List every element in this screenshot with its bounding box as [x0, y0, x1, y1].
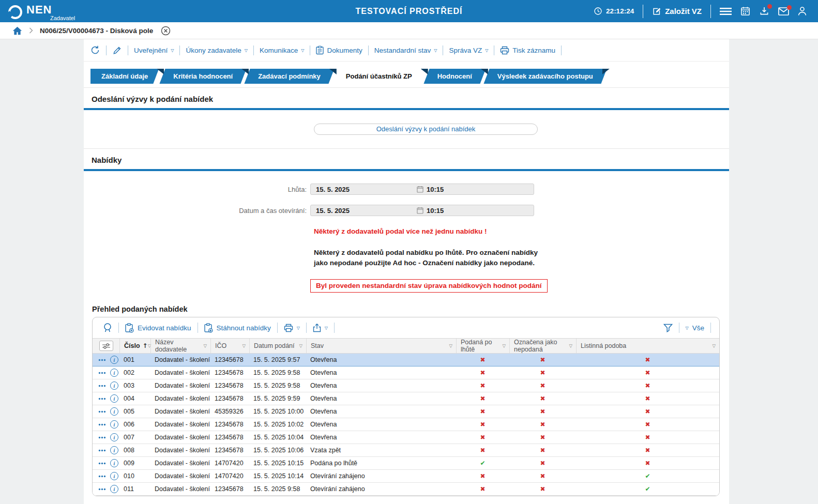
cross-icon: ✖	[645, 369, 650, 376]
tab-podani-ucastniku[interactable]: Podání účastníků ZP	[335, 69, 423, 84]
cell-marked-not-submitted: ✖	[509, 382, 576, 389]
cross-icon: ✖	[480, 356, 485, 363]
row-info-icon[interactable]: i	[110, 394, 118, 403]
table-row[interactable]: i007Dodavatel - školení 81234567815. 5. …	[93, 431, 719, 444]
table-row[interactable]: i005Dodavatel - školení 64535932615. 5. …	[93, 405, 719, 418]
row-menu-icon[interactable]	[98, 436, 106, 439]
row-menu-icon[interactable]	[98, 423, 106, 426]
cell-paper-form: ✖	[576, 356, 719, 363]
nen-logo-icon	[8, 5, 22, 19]
row-info-icon[interactable]: i	[110, 446, 118, 454]
row-menu-icon[interactable]	[98, 385, 106, 387]
row-menu-icon[interactable]	[98, 398, 106, 400]
print-table-button[interactable]: ▽	[284, 324, 300, 332]
cross-icon: ✖	[480, 447, 485, 454]
filter-caret-icon[interactable]: ▽	[502, 343, 506, 348]
column-header-oznacena-nepodana[interactable]: Označena jako nepodaná▽	[509, 339, 576, 353]
filter-caret-icon[interactable]: ▽	[299, 343, 302, 348]
row-info-icon[interactable]: i	[110, 369, 118, 377]
print-record-button[interactable]: Tisk záznamu	[500, 46, 555, 55]
menu-nonstandard-state[interactable]: Nestandardní stav▽	[374, 47, 437, 54]
tab-zadavaci-podminky[interactable]: Zadávací podmínky	[247, 69, 331, 84]
menu-publish[interactable]: Uveřejnění▽	[134, 47, 174, 54]
table-row[interactable]: i006Dodavatel - školení 71234567815. 5. …	[93, 418, 719, 431]
check-icon: ✔	[480, 460, 485, 467]
downloads-button[interactable]	[759, 6, 769, 16]
opening-field[interactable]: 15. 5. 2025 10:15	[310, 205, 534, 216]
table-row[interactable]: i009Dodavatel - školení 101470742015. 5.…	[93, 457, 719, 470]
row-info-icon[interactable]: i	[110, 356, 118, 364]
cell-late: ✖	[456, 434, 509, 441]
search-icon[interactable]	[103, 323, 112, 333]
create-vz-button[interactable]: Založit VZ	[652, 7, 702, 16]
content-panel: Uveřejnění▽ Úkony zadavatele▽ Komunikace…	[84, 39, 729, 504]
row-info-icon[interactable]: i	[110, 407, 118, 416]
table-row[interactable]: i002Dodavatel - školení 31234567815. 5. …	[93, 366, 719, 379]
table-row[interactable]: i008Dodavatel - školení 91234567815. 5. …	[93, 444, 719, 457]
cell-status: Otevřena	[306, 382, 456, 389]
download-bids-button[interactable]: Stáhnout nabídky	[204, 323, 271, 333]
filter-preset-dropdown[interactable]: ▽ Vše	[686, 324, 704, 332]
table-row[interactable]: i010Dodavatel - školení 101470742015. 5.…	[93, 470, 719, 483]
breadcrumb-item[interactable]: N006/25/V00004673 - Disková pole	[40, 27, 153, 35]
cell-supplier: Dodavatel - školení 3	[150, 369, 210, 376]
menu-button[interactable]	[720, 7, 732, 16]
column-header-cislo[interactable]: Číslo ↑ ▽	[119, 339, 150, 353]
row-menu-icon[interactable]	[98, 449, 106, 452]
export-button[interactable]: ▽	[313, 323, 328, 332]
filter-caret-icon[interactable]: ▽	[203, 343, 207, 348]
tab-hodnoceni[interactable]: Hodnocení	[427, 69, 483, 84]
calendar-button[interactable]	[740, 6, 750, 16]
row-menu-icon[interactable]	[98, 410, 106, 413]
column-header-stav[interactable]: Stav▽	[306, 339, 456, 353]
filter-icon[interactable]	[663, 324, 673, 332]
deadline-field[interactable]: 15. 5. 2025 10:15	[310, 184, 534, 195]
send-invitation-button[interactable]: Odeslání výzvy k podání nabídek	[314, 124, 538, 135]
cross-icon: ✖	[540, 472, 545, 480]
row-menu-icon[interactable]	[98, 475, 106, 478]
row-info-icon[interactable]: i	[110, 433, 118, 441]
row-info-icon[interactable]: i	[110, 420, 118, 429]
history-button[interactable]	[90, 45, 100, 55]
table-row[interactable]: i011Dodavatel - školení 31234567815. 5. …	[93, 483, 719, 496]
table-row[interactable]: i004Dodavatel - školení 51234567815. 5. …	[93, 392, 719, 405]
row-menu-icon[interactable]	[98, 462, 106, 465]
row-info-icon[interactable]: i	[110, 381, 118, 390]
cell-submitted: 15. 5. 2025 9:58	[249, 382, 306, 389]
row-menu-icon[interactable]	[98, 488, 106, 491]
row-info-icon[interactable]: i	[110, 485, 118, 493]
edit-button[interactable]	[112, 45, 122, 55]
menu-manage-vz[interactable]: Správa VZ▽	[449, 47, 488, 54]
filter-caret-icon[interactable]: ▽	[242, 343, 246, 348]
nen-logo[interactable]: NEN Zadavatel	[8, 4, 52, 19]
register-bid-button[interactable]: Evidovat nabídku	[125, 323, 191, 333]
column-header-podana-po-lhute[interactable]: Podaná po lhůtě▽	[456, 339, 509, 353]
menu-contracting-actions[interactable]: Úkony zadavatele▽	[186, 47, 247, 54]
column-header-nazev[interactable]: Název dodavatele▽	[150, 339, 210, 353]
row-info-icon[interactable]: i	[110, 472, 118, 480]
tab-zakladni-udaje[interactable]: Základní údaje	[90, 69, 159, 84]
filter-caret-icon[interactable]: ▽	[449, 343, 452, 348]
column-header-ico[interactable]: IČO▽	[210, 339, 249, 353]
row-menu-icon[interactable]	[98, 359, 106, 361]
tab-kriteria-hodnoceni[interactable]: Kritéria hodnocení	[162, 69, 244, 84]
column-header-listinna-podoba[interactable]: Listinná podoba▽	[576, 339, 719, 353]
filter-caret-icon[interactable]: ▽	[569, 343, 572, 348]
tab-vysledek[interactable]: Výsledek zadávacího postupu	[487, 69, 604, 84]
menu-documents[interactable]: Dokumenty	[316, 45, 362, 55]
table-row[interactable]: i001Dodavatel - školení 21234567815. 5. …	[93, 354, 719, 366]
notification-badge	[767, 4, 772, 9]
messages-button[interactable]	[778, 7, 789, 16]
close-tab-icon[interactable]	[161, 26, 171, 36]
table-row[interactable]: i003Dodavatel - školení 41234567815. 5. …	[93, 379, 719, 392]
filter-caret-icon[interactable]: ▽	[712, 343, 716, 348]
row-info-icon[interactable]: i	[110, 459, 118, 467]
menu-communication[interactable]: Komunikace▽	[260, 47, 304, 54]
column-header-datum[interactable]: Datum podání▽	[249, 339, 306, 353]
column-settings-button[interactable]	[93, 339, 119, 353]
profile-button[interactable]	[798, 6, 807, 16]
column-settings-icon	[99, 341, 113, 351]
cell-marked-not-submitted: ✖	[509, 369, 576, 376]
home-icon[interactable]	[12, 26, 22, 35]
row-menu-icon[interactable]	[98, 372, 106, 374]
